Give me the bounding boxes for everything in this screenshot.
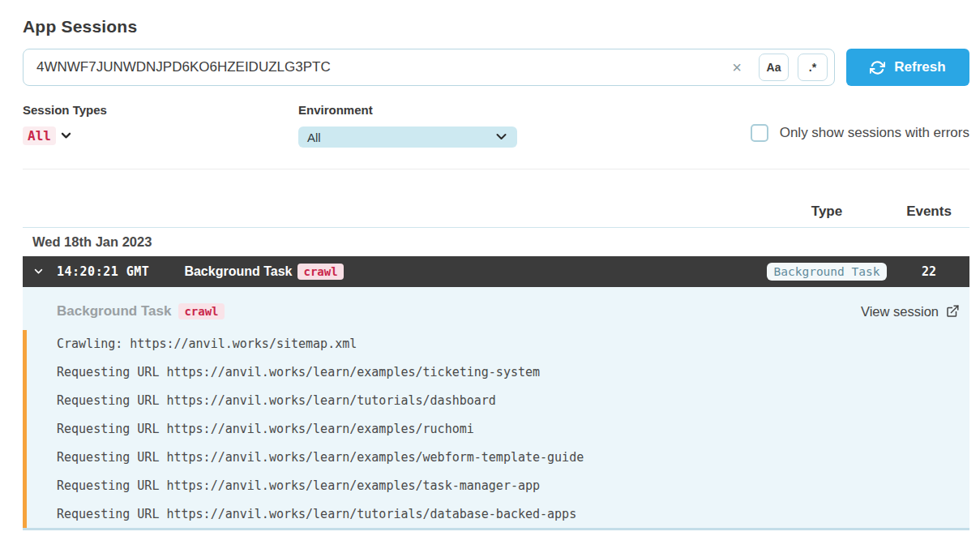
view-session-label: View session <box>861 304 939 319</box>
session-types-value: All <box>23 126 56 145</box>
session-log: Crawling: https://anvil.works/sitemap.xm… <box>23 330 969 529</box>
environment-label: Environment <box>298 103 541 117</box>
session-types-dropdown[interactable]: All <box>23 126 71 145</box>
session-detail-panel: Background Task crawl View session Crawl… <box>23 287 969 530</box>
session-type-badge: Background Task <box>767 263 888 281</box>
errors-checkbox-label: Only show sessions with errors <box>780 125 969 141</box>
table-header: Type Events <box>23 169 969 228</box>
session-detail-header: Background Task crawl View session <box>23 287 969 326</box>
date-group-label: Wed 18th Jan 2023 <box>32 234 152 250</box>
date-group-row: Wed 18th Jan 2023 <box>23 228 969 256</box>
chevron-down-icon <box>61 132 71 139</box>
log-line: Requesting URL https://anvil.works/learn… <box>57 444 969 472</box>
external-link-icon <box>945 304 960 319</box>
refresh-button[interactable]: Refresh <box>846 49 969 86</box>
session-types-filter: Session Types All <box>23 103 298 145</box>
search-box[interactable]: × Aa .* <box>23 49 835 86</box>
environment-filter: Environment All <box>298 103 541 148</box>
session-types-label: Session Types <box>23 103 298 117</box>
errors-checkbox[interactable] <box>751 124 768 142</box>
session-time: 14:20:21 GMT <box>57 264 149 279</box>
page-title: App Sessions <box>23 17 969 36</box>
environment-select[interactable]: All <box>298 126 517 148</box>
log-line: Crawling: https://anvil.works/sitemap.xm… <box>57 330 969 358</box>
clear-search-icon[interactable]: × <box>724 59 750 75</box>
session-tag-badge: crawl <box>297 264 343 280</box>
type-column-header: Type <box>765 204 888 220</box>
match-case-button[interactable]: Aa <box>759 54 789 81</box>
log-line: Requesting URL https://anvil.works/learn… <box>57 415 969 444</box>
search-row: × Aa .* Refresh <box>23 49 969 86</box>
session-title: Background Task <box>184 264 292 279</box>
log-line: Requesting URL https://anvil.works/learn… <box>57 472 969 500</box>
refresh-button-label: Refresh <box>894 59 945 75</box>
filters-row: Session Types All Environment All Only s… <box>23 103 969 148</box>
log-line: Requesting URL https://anvil.works/learn… <box>57 358 969 387</box>
environment-value: All <box>307 131 321 144</box>
search-input[interactable] <box>36 59 724 75</box>
session-row-right: Background Task 22 <box>765 263 969 281</box>
regex-button[interactable]: .* <box>798 54 828 81</box>
collapse-chevron-icon[interactable] <box>34 268 43 275</box>
session-row[interactable]: 14:20:21 GMT Background Task crawl Backg… <box>23 256 969 287</box>
events-column-header: Events <box>888 204 969 220</box>
view-session-link[interactable]: View session <box>861 304 960 319</box>
log-line: Requesting URL https://anvil.works/learn… <box>57 387 969 415</box>
errors-filter: Only show sessions with errors <box>751 124 969 142</box>
chevron-down-icon <box>495 133 507 141</box>
refresh-icon <box>870 60 885 75</box>
detail-session-title: Background Task <box>57 303 171 319</box>
log-line: Requesting URL https://anvil.works/learn… <box>57 500 969 529</box>
session-events-count: 22 <box>888 264 969 279</box>
detail-session-tag-badge: crawl <box>178 303 224 319</box>
